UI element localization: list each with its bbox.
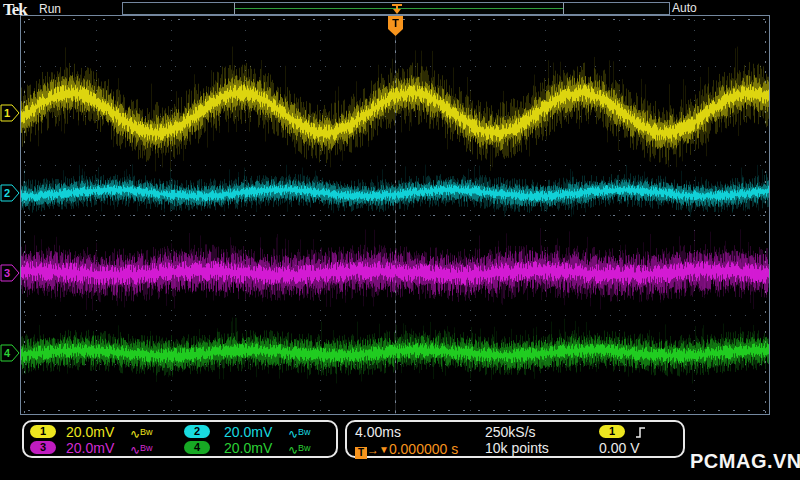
record-length-readout: 10k points (485, 441, 549, 456)
channel4-coupling-bw-icon: ∿Bw (288, 441, 311, 457)
trigger-source-badge: 1 (599, 425, 625, 438)
channel2-scale: 20.0mV (224, 425, 272, 440)
record-window-right-bracket (563, 3, 564, 14)
channel1-coupling-bw-icon: ∿Bw (130, 425, 153, 441)
trigger-position-bar-icon (391, 2, 403, 15)
channel1-marker-label: 1 (4, 107, 10, 119)
channel4-marker-label: 4 (4, 347, 11, 359)
channel4-position-marker: 4 (0, 344, 20, 362)
trigger-level-readout: 0.00 V (599, 441, 639, 456)
channel2-marker-label: 2 (4, 187, 10, 199)
graticule (20, 15, 770, 415)
channel4-scale: 20.0mV (224, 441, 272, 456)
trigger-position-flag: T (388, 16, 404, 38)
trigger-flag-label: T (392, 17, 399, 29)
timebase-readout: 4.00ms (355, 425, 401, 440)
channel-readout-box: 1 20.0mV ∿Bw 2 20.0mV ∿Bw 3 20.0mV ∿Bw 4… (22, 420, 338, 458)
waveform-display (21, 16, 769, 414)
watermark: PCMAG.VN (690, 450, 800, 473)
channel2-position-marker: 2 (0, 184, 20, 202)
trigger-slope-rising-icon (635, 425, 647, 439)
channel3-scale: 20.0mV (66, 441, 114, 456)
horizontal-trigger-readout-box: 4.00ms 250kS/s 1 T→▼0.000000 s 10k point… (345, 420, 685, 458)
acquisition-mode: Auto (672, 1, 697, 15)
channel2-badge: 2 (184, 425, 210, 438)
trigger-t-icon: T (355, 447, 367, 459)
channel1-badge: 1 (30, 425, 56, 438)
channel2-coupling-bw-icon: ∿Bw (288, 425, 311, 441)
channel3-position-marker: 3 (0, 264, 20, 282)
channel4-badge: 4 (184, 441, 210, 454)
channel3-badge: 3 (30, 441, 56, 454)
channel1-scale: 20.0mV (66, 425, 114, 440)
trigger-position-readout: T→▼0.000000 s (355, 441, 458, 459)
channel3-coupling-bw-icon: ∿Bw (130, 441, 153, 457)
channel3-marker-label: 3 (4, 267, 10, 279)
run-status: Run (39, 2, 61, 16)
record-window-left-bracket (234, 3, 235, 14)
record-view-bar (122, 2, 670, 15)
sample-rate-readout: 250kS/s (485, 425, 536, 440)
channel1-position-marker: 1 (0, 104, 20, 122)
